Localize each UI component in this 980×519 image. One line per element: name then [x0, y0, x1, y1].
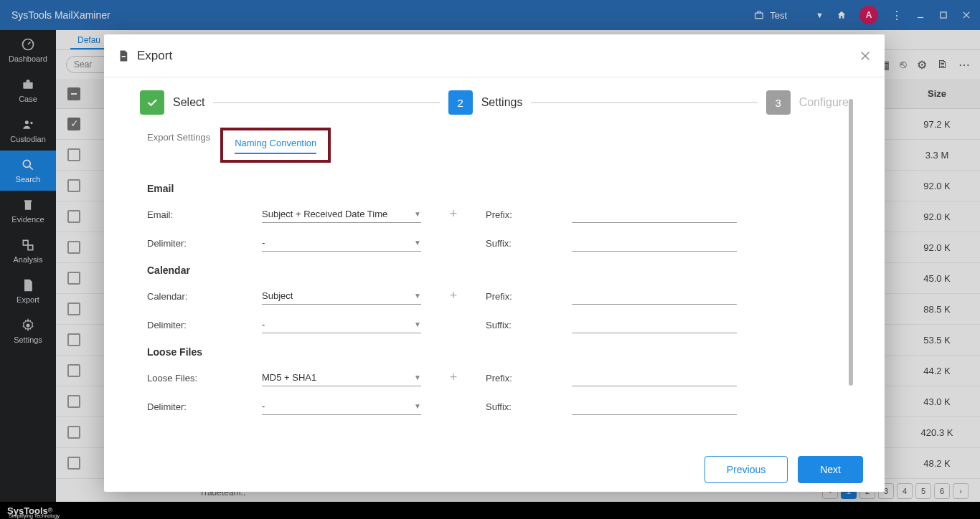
email-add-button[interactable]: +	[421, 206, 486, 223]
chevron-down-icon: ▼	[414, 402, 421, 410]
step-2-badge: 2	[448, 90, 473, 115]
email-main-select[interactable]: Subject + Received Date Time▼	[262, 206, 421, 223]
email-delimiter-label: Delimiter:	[147, 238, 262, 252]
loose-suffix-input[interactable]	[572, 401, 737, 415]
email-main-label: Email:	[147, 209, 262, 223]
calendar-delimiter-select[interactable]: -▼	[262, 316, 421, 333]
loose-main-select[interactable]: MD5 + SHA1▼	[262, 369, 421, 386]
calendar-prefix-input[interactable]	[572, 290, 737, 305]
email-suffix-input[interactable]	[572, 237, 737, 252]
step-2-label: Settings	[481, 96, 523, 109]
stepper: Select 2 Settings 3 Configure	[104, 77, 885, 128]
svg-rect-14	[122, 56, 126, 57]
loose-suffix-label: Suffix:	[486, 401, 572, 415]
highlight-annotation: Naming Convention	[220, 128, 331, 163]
email-prefix-label: Prefix:	[486, 209, 572, 223]
export-dialog: Export Select 2 Settings 3 Configure Exp…	[104, 34, 885, 492]
chevron-down-icon: ▼	[414, 292, 421, 300]
step-1-label: Select	[173, 96, 204, 109]
file-icon	[117, 49, 130, 62]
loose-main-label: Loose Files:	[147, 373, 262, 386]
tab-export-settings[interactable]: Export Settings	[147, 128, 210, 163]
dialog-body: Email Email: Subject + Received Date Tim…	[104, 163, 885, 447]
dialog-close-button[interactable]	[859, 49, 872, 62]
tab-naming-convention[interactable]: Naming Convention	[235, 133, 316, 154]
previous-button[interactable]: Previous	[705, 456, 788, 483]
calendar-delimiter-label: Delimiter:	[147, 320, 262, 333]
next-button[interactable]: Next	[798, 456, 863, 483]
loose-delimiter-label: Delimiter:	[147, 401, 262, 415]
section-calendar-heading: Calendar	[147, 265, 842, 276]
chevron-down-icon: ▼	[414, 373, 421, 381]
step-3-label: Configure	[799, 96, 849, 109]
calendar-suffix-input[interactable]	[572, 319, 737, 333]
dialog-title: Export	[137, 49, 172, 63]
loose-prefix-input[interactable]	[572, 372, 737, 386]
step-3-badge: 3	[766, 90, 791, 115]
modal-overlay: Export Select 2 Settings 3 Configure Exp…	[0, 0, 980, 519]
loose-prefix-label: Prefix:	[486, 373, 572, 386]
chevron-down-icon: ▼	[414, 210, 421, 218]
chevron-down-icon: ▼	[414, 239, 421, 247]
loose-add-button[interactable]: +	[421, 370, 486, 386]
chevron-down-icon: ▼	[414, 320, 421, 328]
step-1-badge	[140, 90, 164, 115]
calendar-suffix-label: Suffix:	[486, 320, 572, 333]
section-loose-heading: Loose Files	[147, 346, 842, 358]
email-suffix-label: Suffix:	[486, 238, 572, 252]
loose-delimiter-select[interactable]: -▼	[262, 398, 421, 415]
email-prefix-input[interactable]	[572, 209, 737, 223]
email-delimiter-select[interactable]: -▼	[262, 234, 421, 252]
section-email-heading: Email	[147, 183, 842, 194]
calendar-main-select[interactable]: Subject▼	[262, 287, 421, 305]
calendar-prefix-label: Prefix:	[486, 291, 572, 305]
dialog-scrollbar[interactable]	[849, 99, 853, 386]
calendar-add-button[interactable]: +	[421, 288, 486, 305]
calendar-main-label: Calendar:	[147, 291, 262, 305]
